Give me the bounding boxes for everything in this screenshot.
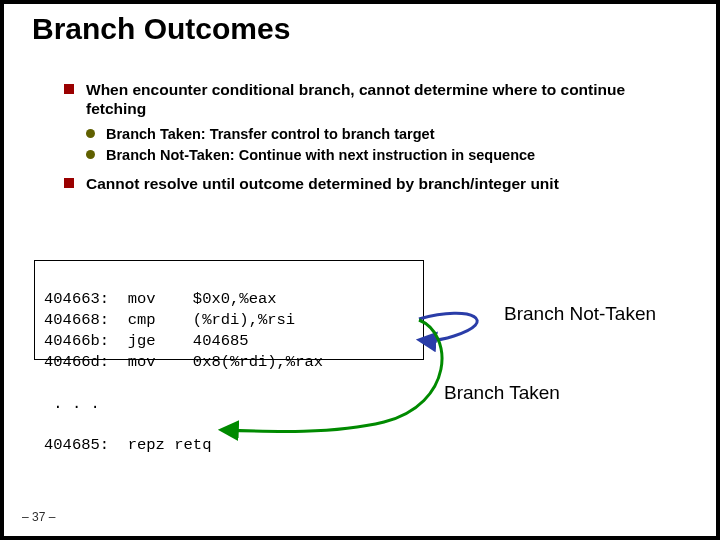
code-line: 40466d: mov 0x8(%rdi),%rax [44, 353, 323, 371]
assembly-code: 404663: mov $0x0,%eax 404668: cmp (%rdi)… [44, 268, 323, 456]
branch-taken-label: Branch Taken [444, 382, 560, 404]
bullet-level1: Cannot resolve until outcome determined … [64, 174, 688, 193]
bullet-list: When encounter conditional branch, canno… [64, 80, 688, 200]
code-line: 40466b: jge 404685 [44, 332, 249, 350]
code-ellipsis: . . . [44, 395, 100, 413]
slide: Branch Outcomes When encounter condition… [4, 4, 716, 536]
branch-not-taken-label: Branch Not-Taken [504, 303, 656, 325]
code-line: 404685: repz retq [44, 436, 211, 454]
bullet-level2: Branch Not-Taken: Continue with next ins… [86, 146, 688, 165]
bullet-level1: When encounter conditional branch, canno… [64, 80, 688, 119]
arrow-not-taken [419, 313, 477, 340]
code-line: 404668: cmp (%rdi),%rsi [44, 311, 295, 329]
slide-title: Branch Outcomes [32, 12, 290, 46]
page-number: – 37 – [22, 510, 55, 524]
bullet-level2: Branch Taken: Transfer control to branch… [86, 125, 688, 144]
code-line: 404663: mov $0x0,%eax [44, 290, 277, 308]
